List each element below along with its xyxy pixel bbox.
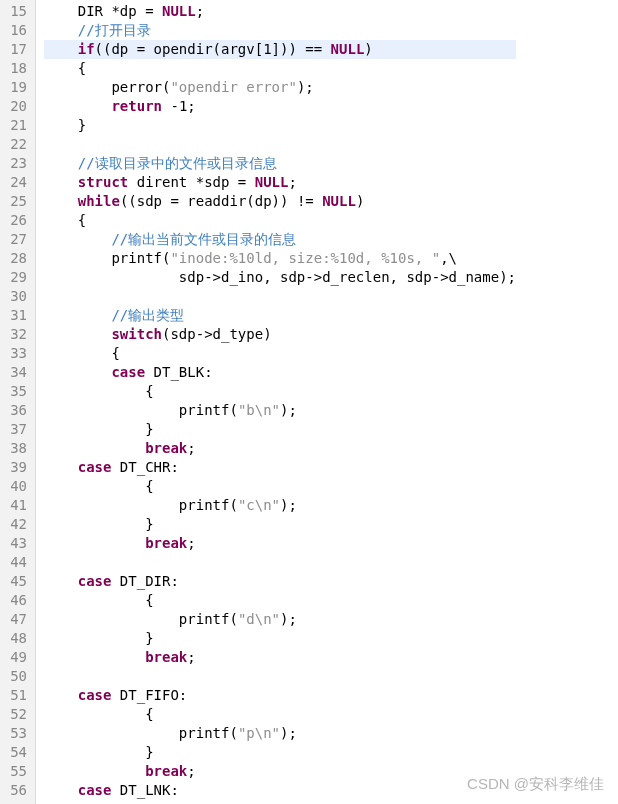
code-token: "inode:%10ld, size:%10d, %10s, " — [170, 250, 440, 266]
code-token: ; — [187, 649, 195, 665]
code-token: case — [78, 459, 112, 475]
line-number: 19 — [4, 78, 27, 97]
line-number: 55 — [4, 762, 27, 781]
code-token — [44, 459, 78, 475]
code-line: printf("b\n"); — [44, 401, 516, 420]
line-number: 45 — [4, 572, 27, 591]
line-number: 15 — [4, 2, 27, 21]
code-line: } — [44, 629, 516, 648]
code-token: return — [111, 98, 162, 114]
code-token: ); — [280, 725, 297, 741]
line-number: 37 — [4, 420, 27, 439]
code-token: NULL — [322, 193, 356, 209]
line-number: 41 — [4, 496, 27, 515]
code-token: (sdp->d_type) — [162, 326, 272, 342]
code-token: printf( — [44, 497, 238, 513]
line-number: 18 — [4, 59, 27, 78]
code-token: { — [44, 592, 154, 608]
code-token: ])) == — [272, 41, 331, 57]
code-line: printf("inode:%10ld, size:%10d, %10s, ",… — [44, 249, 516, 268]
code-token: { — [44, 345, 120, 361]
code-token — [44, 649, 145, 665]
line-number: 34 — [4, 363, 27, 382]
code-token: NULL — [255, 174, 289, 190]
code-line: if((dp = opendir(argv[1])) == NULL) — [44, 40, 516, 59]
code-line: break; — [44, 648, 516, 667]
code-line — [44, 667, 516, 686]
code-token: "b\n" — [238, 402, 280, 418]
code-token: ); — [280, 611, 297, 627]
code-token: } — [44, 516, 154, 532]
code-token: struct — [78, 174, 129, 190]
code-token: ) — [364, 41, 372, 57]
code-line: break; — [44, 439, 516, 458]
code-token: NULL — [331, 41, 365, 57]
code-token: ); — [280, 402, 297, 418]
line-number: 50 — [4, 667, 27, 686]
code-line: { — [44, 59, 516, 78]
code-token — [44, 41, 78, 57]
code-token — [44, 98, 111, 114]
line-number: 17 — [4, 40, 27, 59]
line-number: 52 — [4, 705, 27, 724]
code-line: } — [44, 515, 516, 534]
code-token — [44, 174, 78, 190]
line-number: 54 — [4, 743, 27, 762]
code-line: printf("c\n"); — [44, 496, 516, 515]
code-token — [44, 782, 78, 798]
code-token: "c\n" — [238, 497, 280, 513]
code-line: //打开目录 — [44, 21, 516, 40]
code-line: printf("p\n"); — [44, 724, 516, 743]
code-token — [44, 307, 111, 323]
code-token: - — [162, 98, 179, 114]
line-number: 36 — [4, 401, 27, 420]
code-token: printf( — [44, 250, 170, 266]
code-token: { — [44, 60, 86, 76]
code-token — [44, 3, 78, 19]
line-number: 30 — [4, 287, 27, 306]
code-token: "opendir error" — [170, 79, 296, 95]
line-number: 53 — [4, 724, 27, 743]
line-number: 22 — [4, 135, 27, 154]
line-number: 49 — [4, 648, 27, 667]
code-editor: 1516171819202122232425262728293031323334… — [0, 0, 618, 804]
code-token — [44, 326, 111, 342]
code-token: ; — [288, 174, 296, 190]
code-token: { — [44, 383, 154, 399]
code-token: "d\n" — [238, 611, 280, 627]
code-token: ; — [187, 763, 195, 779]
code-token — [44, 231, 111, 247]
code-line: DIR *dp = NULL; — [44, 2, 516, 21]
line-number: 32 — [4, 325, 27, 344]
line-number: 51 — [4, 686, 27, 705]
code-token: break — [145, 763, 187, 779]
code-token: ) — [356, 193, 364, 209]
code-line: while((sdp = readdir(dp)) != NULL) — [44, 192, 516, 211]
line-number: 42 — [4, 515, 27, 534]
code-token: } — [44, 630, 154, 646]
code-line: } — [44, 420, 516, 439]
line-number: 27 — [4, 230, 27, 249]
code-line: //读取目录中的文件或目录信息 — [44, 154, 516, 173]
code-token: perror( — [44, 79, 170, 95]
code-line: } — [44, 743, 516, 762]
line-number: 44 — [4, 553, 27, 572]
code-line: perror("opendir error"); — [44, 78, 516, 97]
code-token: //输出当前文件或目录的信息 — [111, 231, 296, 247]
code-line: printf("d\n"); — [44, 610, 516, 629]
line-number: 24 — [4, 173, 27, 192]
code-token — [44, 763, 145, 779]
code-token: DT_DIR: — [111, 573, 178, 589]
code-token: 1 — [263, 41, 271, 57]
code-token: } — [44, 421, 154, 437]
code-token — [44, 22, 78, 38]
code-token: DT_BLK: — [145, 364, 212, 380]
code-token: DT_LNK: — [111, 782, 178, 798]
code-line: switch(sdp->d_type) — [44, 325, 516, 344]
line-number: 29 — [4, 268, 27, 287]
code-token: ; — [187, 440, 195, 456]
code-token: { — [44, 212, 86, 228]
code-token — [44, 193, 78, 209]
code-token: NULL — [162, 3, 196, 19]
line-number: 47 — [4, 610, 27, 629]
